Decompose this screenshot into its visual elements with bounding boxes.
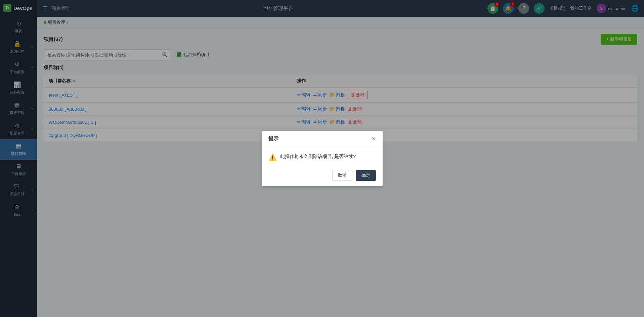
modal-cancel-button[interactable]: 取消 <box>332 170 352 181</box>
modal-title: 提示 <box>268 136 278 142</box>
modal-close-button[interactable]: ✕ <box>372 136 376 142</box>
confirm-modal: 提示 ✕ ⚠️ 此操作将永久删除该项目, 是否继续? 取消 确定 <box>262 131 383 186</box>
modal-warning-icon: ⚠️ <box>268 153 277 161</box>
modal-confirm-button[interactable]: 确定 <box>356 170 376 181</box>
modal-body: ⚠️ 此操作将永久删除该项目, 是否继续? <box>262 146 383 167</box>
modal-header: 提示 ✕ <box>262 131 383 146</box>
modal-footer: 取消 确定 <box>262 167 383 186</box>
modal-message: 此操作将永久删除该项目, 是否继续? <box>280 153 356 160</box>
modal-overlay: 提示 ✕ ⚠️ 此操作将永久删除该项目, 是否继续? 取消 确定 <box>0 0 644 317</box>
